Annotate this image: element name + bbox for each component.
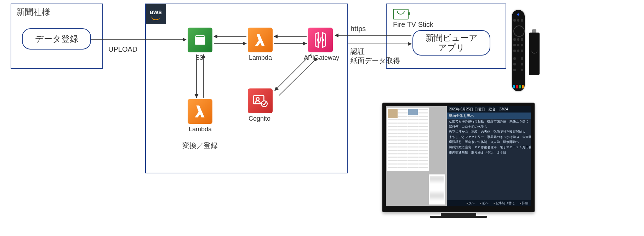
viewer-app-capsule: 新聞ビューア アプリ [412,30,490,56]
aws-badge-text: aws [150,8,162,16]
tv-line: まちしごとファクトリー 事業化のきっかけ学ぶ 未来図問題考セミナーにも４名人 [447,134,531,140]
data-register-capsule: データ登録 [22,28,91,50]
tv-line: 特殊詐欺に注意 ＰＣ修復名目添 電子マネー２４万円被害 小杉息の６０代女性 [447,145,531,150]
tv-article-list: 2023年6月25日 日曜日 総合 23/24 紙面全体を表示 弘前でも海外旅行… [447,106,531,206]
tv-mockup: 2023年6月25日 日曜日 総合 23/24 紙面全体を表示 弘前でも海外旅行… [382,103,535,212]
tv-bottom-bar: 次へ 前へ 記事切り替え 詳細 [447,200,531,206]
tv-nav: 記事切り替え [494,201,515,206]
tv-line: 病院構想 医向きで１体制 ３人前 研修開始へ [447,139,531,145]
remote-control-image [512,10,525,91]
apigateway-label: APIGateway [304,54,339,62]
fetch-label: 紙面データ取得 [351,56,400,65]
tv-highlight: 紙面全体を表示 [447,113,531,119]
tv-line: 市内交通規制 取り締まり予定 ２６日 [447,150,531,155]
lambda-top-label: Lambda [249,54,272,62]
apigateway-icon [308,28,333,52]
cognito-label: Cognito [249,115,270,122]
cognito-icon [248,88,273,113]
data-register-label: データ登録 [35,33,78,45]
tv-line: 弘前でも海外旅行再起動 後藤市国外便 県係五５倍に ３～５月 [447,119,531,124]
tv-nav: 次へ [466,201,475,206]
publisher-title: 新聞社様 [16,6,50,18]
tv-screen: 2023年6月25日 日曜日 総合 23/24 紙面全体を表示 弘前でも海外旅行… [386,106,531,206]
tv-date: 2023年6月25日 日曜日 総合 23/24 [447,106,531,113]
fire-tv-stick-image [529,33,540,75]
lambda-bottom-label: Lambda [189,126,212,133]
viewer-app-line1: 新聞ビューア [426,33,478,43]
upload-label: UPLOAD [108,45,137,53]
tv-stand [441,213,476,216]
auth-label: 認証 [351,47,365,56]
fire-tv-label: Fire TV Stick [393,21,433,29]
https-label: https [351,25,366,33]
tv-nav: 前へ [480,201,488,206]
lambda-bottom-icon [188,99,212,124]
lambda-convert-label: 変換／登録 [182,141,218,150]
tv-newspaper-pane [386,106,447,206]
aws-badge: aws [146,4,166,24]
svg-point-2 [256,98,259,100]
tv-line: 教室に浮かぶ「泡粒」の天体 弘前で特別投影開始大 [447,129,531,134]
fire-tv-icon [393,9,409,19]
lambda-top-icon [248,28,273,52]
tv-nav: 詳細 [520,201,528,206]
tv-stand-base [430,216,487,218]
architecture-diagram: 新聞社様 データ登録 aws Fire TV Stick 新聞ビューア アプリ … [0,0,644,236]
tv-line: 駅行便 コロナ前の水準も [447,124,531,129]
s3-label: S3 [195,54,203,62]
s3-icon [188,28,212,52]
viewer-app-line2: アプリ [438,43,465,53]
